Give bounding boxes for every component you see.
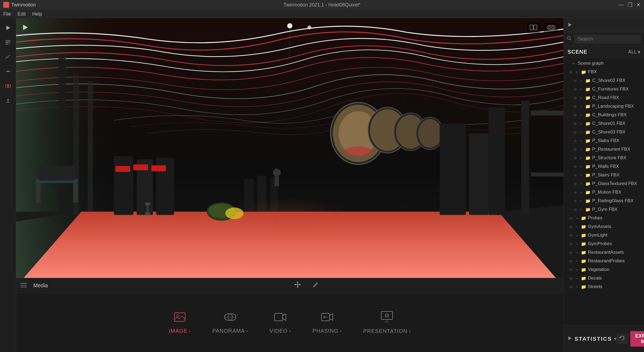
- hamburger-menu-icon[interactable]: [20, 282, 27, 289]
- sidebar-record-icon[interactable]: [2, 80, 14, 92]
- tree-gymprobes[interactable]: > 📁 GymProbes: [564, 239, 644, 248]
- svg-marker-146: [568, 336, 572, 340]
- tree-p-slabs[interactable]: > 📁 P_Slabs FBX: [564, 136, 644, 145]
- tree-restaurantprobes[interactable]: > 📁 RestaurantProbes: [564, 257, 644, 265]
- svg-point-97: [575, 80, 576, 81]
- search-icon: [567, 36, 572, 42]
- tree-p-walls[interactable]: > 📁 P_Walls FBX: [564, 162, 644, 171]
- tree-p-gym[interactable]: > 📁 P_Gym FBX: [564, 205, 644, 214]
- window-controls[interactable]: — ❐ ✕: [619, 2, 641, 8]
- phasing-label: PHASING ›: [312, 328, 342, 334]
- tree-p-landscaping[interactable]: > 📁 P_Landscaping FBX: [564, 102, 644, 111]
- menu-file[interactable]: File: [3, 11, 11, 17]
- close-button[interactable]: ✕: [636, 2, 641, 8]
- svg-point-145: [570, 286, 572, 288]
- panorama-icon: [224, 311, 236, 325]
- tree-p-restaurant[interactable]: > 📁 P_Restaurant FBX: [564, 145, 644, 154]
- svg-point-67: [552, 26, 554, 28]
- tree-c-furnitures[interactable]: > 📁 C_Furnitures FBX: [564, 85, 644, 93]
- titlebar: Twinmotion Twinmotion 2021.1 - Hotel08Qu…: [0, 0, 644, 10]
- presentation-icon: [381, 311, 393, 325]
- tree-scene-graph[interactable]: ▾ Scene graph: [564, 59, 644, 68]
- 3d-viewport[interactable]: [16, 18, 564, 278]
- tree-c-shore03[interactable]: > 📁 C_Shore03 FBX: [564, 128, 644, 136]
- tree-restaurantassets[interactable]: > 📁 RestaurantAssets: [564, 248, 644, 257]
- svg-point-8: [7, 85, 9, 87]
- tree-gymassets[interactable]: > 📁 GymAssets: [564, 222, 644, 231]
- video-icon: [274, 311, 286, 325]
- media-phasing[interactable]: PHASING ›: [312, 311, 342, 334]
- svg-point-143: [570, 278, 572, 279]
- svg-point-115: [575, 158, 576, 159]
- edit-tool-icon[interactable]: [312, 281, 319, 290]
- tree-c-shore01[interactable]: > 📁 C_Shore01 FBX: [564, 119, 644, 128]
- split-view-button[interactable]: [527, 23, 540, 33]
- statistics-chevron: ▾: [614, 336, 616, 342]
- search-input[interactable]: [575, 35, 641, 43]
- vr-view-button[interactable]: [544, 23, 558, 33]
- svg-rect-47: [521, 101, 529, 215]
- sidebar-import-icon[interactable]: +: [2, 37, 14, 48]
- phasing-icon: [321, 311, 333, 325]
- svg-point-101: [575, 97, 576, 99]
- tree-p-structure[interactable]: > 📁 P_Structure FBX: [564, 154, 644, 162]
- svg-point-139: [570, 261, 572, 262]
- statistics-play-button[interactable]: [568, 335, 572, 342]
- sidebar-export-icon[interactable]: [2, 95, 14, 106]
- svg-rect-42: [145, 202, 150, 205]
- svg-rect-22: [39, 166, 75, 181]
- svg-rect-63: [530, 25, 533, 30]
- undo-button[interactable]: [616, 334, 628, 344]
- svg-point-117: [575, 166, 576, 167]
- media-panorama[interactable]: PANORAMA ›: [212, 311, 248, 334]
- svg-point-127: [575, 209, 576, 210]
- svg-point-105: [575, 115, 576, 116]
- tree-p-glasstextured[interactable]: > 📁 P_GlassTextured FBX: [564, 179, 644, 188]
- svg-point-51: [308, 26, 312, 30]
- minimize-button[interactable]: —: [619, 2, 624, 8]
- sidebar-play-button[interactable]: [2, 22, 14, 34]
- bottom-toolbar: Media: [16, 278, 564, 293]
- menu-help[interactable]: Help: [32, 11, 42, 17]
- media-label: Media: [33, 282, 48, 289]
- media-image[interactable]: IMAGE ›: [169, 311, 191, 334]
- scene-tree[interactable]: ▾ Scene graph ▾ 📁 FBX > 📁 C_Shore02 FBX: [564, 58, 644, 325]
- scene-title: SCENE: [568, 49, 587, 55]
- media-video[interactable]: VIDEO ›: [270, 311, 291, 334]
- svg-point-107: [575, 123, 576, 124]
- maximize-button[interactable]: ❐: [628, 2, 632, 8]
- svg-point-113: [575, 149, 576, 150]
- tree-p-stairs[interactable]: > 📁 P_Stairs FBX: [564, 171, 644, 179]
- statistics-section: StatiSTiCS ▾ EXPORTER MEDIA: [564, 325, 644, 352]
- media-presentation[interactable]: PRESENTATION ›: [363, 311, 411, 334]
- tree-c-buildings[interactable]: > 📁 C_Buildings FBX: [564, 111, 644, 119]
- app-icon: [3, 2, 9, 8]
- tree-c-shore02[interactable]: > 📁 C_Shore02 FBX: [564, 76, 644, 85]
- rp-play-icon[interactable]: [568, 22, 572, 29]
- sidebar-dot-icon[interactable]: [2, 66, 14, 77]
- tree-probes[interactable]: > 📁 Probes: [564, 214, 644, 222]
- svg-rect-57: [115, 166, 130, 172]
- statistics-right: EXPORTER MEDIA: [616, 331, 644, 347]
- tree-streets[interactable]: > 📁 Streets: [564, 282, 644, 291]
- scene-all-button[interactable]: ALL ▾: [628, 49, 640, 55]
- svg-point-111: [575, 140, 576, 141]
- tree-p-mulion[interactable]: > 📁 P_Mulion FBX: [564, 188, 644, 197]
- tree-fbx[interactable]: ▾ 📁 FBX: [564, 68, 644, 76]
- menu-edit[interactable]: Edit: [17, 11, 26, 17]
- svg-point-66: [548, 26, 551, 28]
- tree-c-road[interactable]: > 📁 C_Road FBX: [564, 93, 644, 102]
- svg-point-37: [345, 146, 371, 156]
- svg-point-131: [570, 226, 572, 227]
- svg-rect-25: [114, 156, 133, 215]
- tree-p-railingglass[interactable]: > 📁 P_RailingGlass FBX: [564, 197, 644, 205]
- viewport-play-button[interactable]: [21, 24, 29, 33]
- export-media-button[interactable]: EXPORTER MEDIA: [630, 331, 644, 347]
- presentation-label: PRESENTATION ›: [363, 328, 411, 334]
- tree-gymlight[interactable]: > 📁 GymLight: [564, 231, 644, 239]
- tree-vegetation[interactable]: > 📁 Vegetation: [564, 265, 644, 274]
- svg-marker-74: [297, 286, 298, 288]
- tree-decals[interactable]: > 📁 Decals: [564, 274, 644, 282]
- sidebar-graph-icon[interactable]: [2, 51, 14, 63]
- move-tool-icon[interactable]: [294, 281, 301, 290]
